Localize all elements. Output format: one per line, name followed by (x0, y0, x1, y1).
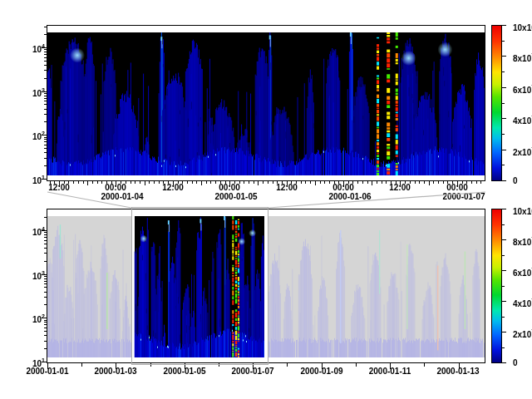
top-x-tick (471, 181, 472, 184)
bottom-colorbar-tick-label: 6x107 (513, 266, 532, 278)
top-x-tick (367, 181, 368, 184)
bottom-y-minor-tick (44, 244, 47, 244)
top-colorbar-tick-label: 4x107 (513, 114, 532, 126)
top-x-tick (443, 181, 444, 184)
bottom-x-tick (424, 363, 425, 367)
top-colorbar-tick-label: 10x107 (513, 21, 532, 32)
bottom-y-minor-tick (44, 297, 47, 298)
top-x-tick (301, 181, 302, 184)
top-x-tick (258, 181, 259, 185)
top-x-tick (145, 181, 145, 185)
top-x-tick (315, 181, 316, 185)
top-y-minor-tick (44, 109, 47, 110)
top-y-minor-tick (44, 101, 47, 101)
top-x-time-label: 00:00 (105, 183, 126, 192)
top-x-tick (135, 181, 135, 184)
bottom-y-minor-tick (44, 240, 47, 241)
top-y-minor-tick (44, 78, 47, 79)
top-x-tick (249, 181, 249, 184)
bottom-colorbar-minor-tick (502, 224, 505, 225)
top-y-minor-tick (44, 158, 47, 159)
top-x-tick (372, 181, 372, 185)
top-x-tick (154, 181, 155, 184)
top-x-tick (438, 181, 439, 184)
bottom-x-tick (81, 363, 82, 367)
bottom-colorbar-minor-tick (502, 317, 505, 318)
top-x-tick (244, 181, 244, 184)
bottom-x-date-label: 2000-01-11 (369, 367, 411, 376)
top-colorbar-major-tick (502, 25, 506, 26)
bottom-colorbar-major-tick (502, 332, 506, 332)
top-x-time-label: 00:00 (446, 183, 468, 192)
bottom-y-minor-tick (44, 328, 47, 328)
top-x-tick (254, 181, 254, 184)
top-x-tick (429, 181, 430, 185)
bottom-y-minor-tick (44, 341, 47, 342)
top-x-tick (187, 181, 188, 184)
top-x-date-label: 2000-01-06 (328, 192, 371, 201)
top-y-minor-tick (44, 27, 47, 27)
top-x-tick (83, 181, 84, 184)
top-x-date-label: 2000-01-05 (214, 192, 257, 201)
bottom-colorbar-minor-tick (502, 347, 505, 348)
top-x-tick (196, 181, 197, 184)
top-x-tick (386, 181, 387, 184)
top-x-tick (263, 181, 264, 184)
top-y-minor-tick (44, 148, 47, 149)
top-colorbar-tick-label: 2x107 (513, 145, 532, 157)
top-x-tick (329, 181, 330, 184)
top-x-tick (424, 181, 425, 184)
bottom-colorbar-minor-tick (502, 286, 505, 287)
top-y-minor-tick (44, 65, 47, 66)
top-x-tick (101, 181, 102, 184)
zoom-region-box[interactable] (131, 207, 268, 365)
plot-window: { "page": {"width": 640, "height": 480, … (0, 0, 532, 399)
top-x-tick (201, 181, 202, 185)
top-colorbar-major-tick (502, 150, 506, 150)
top-x-tick (324, 181, 325, 184)
bottom-y-tick-label: 102 (15, 313, 45, 324)
bottom-colorbar-major-tick (502, 270, 506, 271)
bottom-x-date-label: 2000-01-09 (300, 367, 342, 376)
zoomed-plot-frame (47, 25, 485, 181)
top-x-time-label: 12:00 (162, 183, 184, 192)
top-y-minor-tick (44, 121, 47, 122)
top-x-tick (140, 181, 140, 184)
bottom-y-minor-tick (44, 287, 47, 288)
top-colorbar-minor-tick (502, 41, 505, 42)
top-colorbar-major-tick (502, 56, 506, 57)
bottom-y-minor-tick (44, 217, 47, 218)
bottom-colorbar-tick-label: 0 (513, 358, 518, 367)
bottom-y-minor-tick (44, 261, 47, 262)
top-x-tick (97, 181, 98, 184)
top-x-time-label: 00:00 (332, 183, 354, 192)
top-colorbar-major-tick (502, 118, 506, 119)
bottom-x-tick (287, 363, 288, 367)
bottom-colorbar-tick-label: 2x107 (513, 328, 532, 339)
top-colorbar-minor-tick (502, 71, 505, 72)
top-colorbar-major-tick (502, 87, 506, 88)
top-x-tick (78, 181, 79, 184)
top-x-time-label: 12:00 (389, 183, 411, 192)
bottom-y-tick-label: 101 (15, 357, 45, 368)
top-x-tick (149, 181, 150, 184)
top-y-tick-label: 103 (15, 86, 45, 98)
top-x-tick (87, 181, 88, 185)
top-x-time-label: 12:00 (276, 183, 298, 192)
top-x-tick (377, 181, 377, 184)
bottom-colorbar-minor-tick (502, 255, 505, 256)
bottom-y-tick-label: 104 (15, 225, 45, 237)
bottom-x-date-label: 2000-01-07 (231, 367, 273, 376)
bottom-y-minor-tick (44, 335, 47, 336)
top-x-tick (73, 181, 74, 184)
top-y-minor-tick (44, 152, 47, 153)
bottom-y-tick-label: 103 (15, 269, 45, 281)
top-x-tick (357, 181, 358, 184)
top-x-tick (310, 181, 311, 184)
bottom-y-minor-tick (44, 331, 47, 332)
top-y-tick-label: 101 (15, 174, 45, 185)
bottom-colorbar-major-tick (502, 301, 506, 302)
top-x-tick (131, 181, 131, 184)
bottom-colorbar-major-tick (502, 239, 506, 240)
top-y-tick-label: 104 (15, 42, 45, 54)
